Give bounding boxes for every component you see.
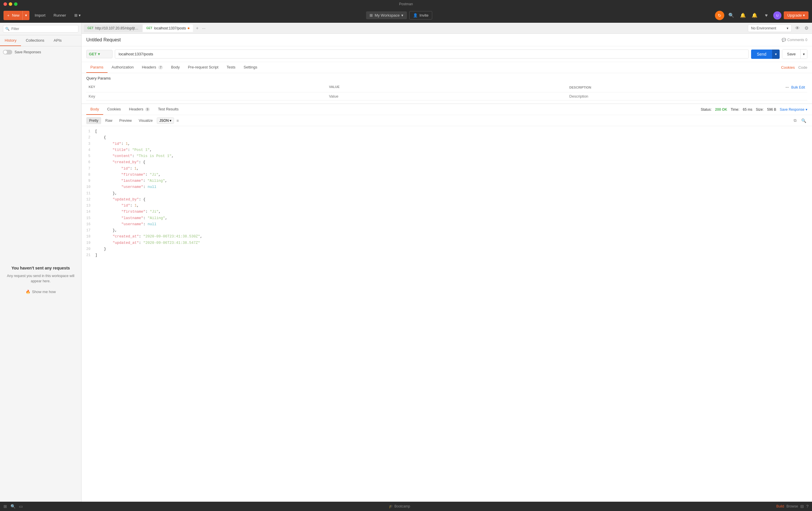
invite-label: Invite: [419, 13, 429, 18]
notification-bell-button[interactable]: 🔔: [738, 11, 748, 20]
search-json-button[interactable]: 🔍: [800, 117, 807, 124]
environment-dropdown[interactable]: No Environment ▾: [748, 25, 791, 32]
sidebar-tab-history[interactable]: History: [0, 35, 21, 46]
no-requests-title: You haven't sent any requests: [11, 266, 70, 270]
response-tab-headers[interactable]: Headers 9: [125, 104, 154, 115]
value-input[interactable]: [327, 92, 567, 100]
send-dropdown-button[interactable]: ▾: [772, 50, 780, 59]
comments-button[interactable]: 💬 Comments 0: [782, 38, 807, 42]
environment-selector: No Environment ▾ 👁 ⚙: [748, 24, 810, 32]
format-tab-visualize[interactable]: Visualize: [136, 117, 156, 124]
build-tab[interactable]: Build: [777, 504, 784, 508]
response-tab-body[interactable]: Body: [86, 104, 103, 115]
upgrade-arrow: ▾: [803, 13, 805, 18]
save-responses-toggle[interactable]: [3, 50, 12, 55]
workspace-label: My Workspace: [375, 13, 400, 18]
req-tab-params[interactable]: Params: [86, 62, 108, 73]
request-header: Untitled Request 💬 Comments 0: [82, 34, 812, 46]
maximize-button[interactable]: [14, 2, 18, 6]
time-value: 65 ms: [743, 108, 753, 112]
close-button[interactable]: [3, 2, 7, 6]
response-tab-cookies[interactable]: Cookies: [103, 104, 125, 115]
save-response-button[interactable]: Save Response ▾: [780, 108, 807, 112]
value-column-header: VALUE: [327, 84, 567, 91]
wrap-lines-button[interactable]: ≡: [175, 117, 180, 124]
desc-column-header: DESCRIPTION: [569, 86, 591, 89]
req-tab-headers[interactable]: Headers 7: [138, 62, 167, 73]
request-tab-1[interactable]: GET localhost:1337/posts: [143, 25, 193, 32]
layout-button[interactable]: ⊞ ▾: [71, 11, 84, 19]
help-icon[interactable]: ?: [806, 504, 809, 509]
req-tab-body[interactable]: Body: [167, 62, 184, 73]
response-tab-test-results[interactable]: Test Results: [154, 104, 183, 115]
window-title: Postman: [399, 2, 413, 6]
req-tab-tests[interactable]: Tests: [222, 62, 239, 73]
grid-icon: ⊞: [370, 13, 373, 18]
copy-button[interactable]: ⧉: [792, 117, 798, 124]
search-input[interactable]: [3, 25, 79, 33]
browse-tab[interactable]: Browse: [786, 504, 798, 508]
req-tab-settings[interactable]: Settings: [239, 62, 261, 73]
save-response-label: Save Response: [780, 108, 805, 112]
cookies-link[interactable]: Cookies: [781, 65, 795, 70]
add-tab-button[interactable]: +: [195, 25, 200, 32]
method-label: GET: [89, 52, 97, 56]
response-status: Status: 200 OK Time: 65 ms Size: 596 B S…: [701, 108, 807, 112]
sidebar-tabs: History Collections APIs: [0, 35, 81, 46]
avatar[interactable]: U: [773, 11, 781, 20]
environment-settings-button[interactable]: ⚙: [803, 24, 810, 32]
comment-icon: 💬: [782, 38, 786, 42]
response-tabs-bar: Body Cookies Headers 9 Test Results Stat…: [82, 104, 812, 115]
sync-button[interactable]: ↻: [715, 11, 724, 20]
new-dropdown-arrow[interactable]: ▾: [23, 11, 29, 20]
workspace-button[interactable]: ⊞ My Workspace ▾: [366, 11, 407, 19]
code-link[interactable]: Code: [798, 65, 807, 70]
url-input[interactable]: [115, 50, 749, 59]
heart-button[interactable]: ♥: [761, 11, 771, 20]
minimize-button[interactable]: [9, 2, 12, 6]
runner-button[interactable]: Runner: [51, 11, 69, 19]
upgrade-button[interactable]: Upgrade ▾: [784, 11, 809, 19]
size-label: Size:: [756, 108, 764, 112]
json-line-16: 16 "username": null: [86, 221, 807, 228]
tab-method-1: GET: [146, 27, 152, 30]
layout-panel-icon[interactable]: ⊟: [800, 504, 804, 509]
description-input[interactable]: [567, 92, 807, 100]
json-line-6: 6 "created_by": {: [86, 159, 807, 166]
env-label: No Environment: [751, 26, 776, 30]
sidebar-tab-collections[interactable]: Collections: [21, 35, 49, 46]
layout-icon: ⊞: [74, 13, 78, 18]
json-line-20: 20 }: [86, 246, 807, 252]
send-button[interactable]: Send: [751, 50, 772, 59]
alert-button[interactable]: 🔔: [750, 11, 759, 20]
request-tab-0[interactable]: GET http://10.107.20.85/nbgdjt/acco...: [84, 25, 142, 32]
show-me-button[interactable]: 🔥 Show me how: [26, 290, 56, 294]
req-tab-pre-request[interactable]: Pre-request Script: [184, 62, 223, 73]
bottom-layout-icon[interactable]: ⊞: [3, 504, 7, 509]
json-line-1: 1 [: [86, 128, 807, 134]
import-button[interactable]: Import: [32, 11, 48, 19]
environment-eye-button[interactable]: 👁: [794, 25, 801, 32]
history-icon-btn[interactable]: 🔍: [727, 11, 736, 20]
request-tabs-bar: GET http://10.107.20.85/nbgdjt/acco... G…: [82, 23, 812, 34]
bootcamp-link[interactable]: 🎓 Bootcamp: [389, 504, 410, 508]
bottom-console-icon[interactable]: ▭: [19, 504, 23, 509]
language-dropdown[interactable]: JSON ▾: [157, 117, 174, 124]
new-label: New: [12, 13, 20, 18]
sidebar-tab-apis[interactable]: APIs: [49, 35, 66, 46]
new-button[interactable]: ＋ New ▾: [3, 11, 29, 20]
key-input[interactable]: [86, 92, 327, 100]
format-tab-pretty[interactable]: Pretty: [86, 117, 101, 124]
save-button[interactable]: Save: [782, 49, 800, 59]
format-tab-preview[interactable]: Preview: [116, 117, 135, 124]
req-tab-authorization[interactable]: Authorization: [108, 62, 138, 73]
format-tab-raw[interactable]: Raw: [102, 117, 115, 124]
invite-button[interactable]: 👤 Invite: [409, 11, 432, 20]
tab-more-button[interactable]: ···: [201, 25, 207, 32]
more-options-icon[interactable]: ···: [785, 85, 789, 90]
save-dropdown-button[interactable]: ▾: [800, 49, 807, 59]
bulk-edit-button[interactable]: Bulk Edit: [791, 85, 805, 89]
bottom-search-icon[interactable]: 🔍: [10, 504, 16, 509]
method-select[interactable]: GET ▾: [86, 50, 113, 58]
bottom-left: ⊞ 🔍 ▭: [3, 504, 23, 509]
